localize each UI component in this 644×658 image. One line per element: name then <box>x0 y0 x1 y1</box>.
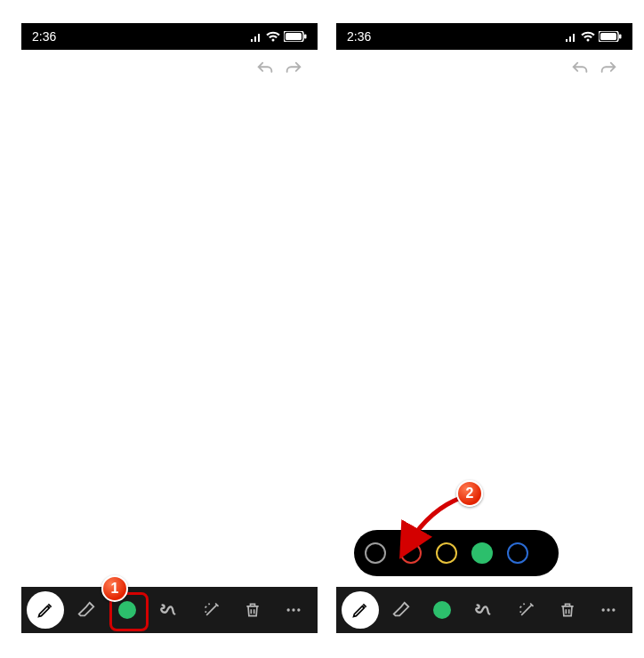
pencil-tool[interactable] <box>342 591 379 629</box>
status-time: 2:36 <box>347 29 371 44</box>
color-option-green[interactable] <box>471 542 493 564</box>
more-tool[interactable] <box>590 591 627 629</box>
svg-point-10 <box>607 608 609 611</box>
color-option-blue[interactable] <box>507 542 528 564</box>
status-icons <box>565 31 622 42</box>
eraser-tool[interactable] <box>382 591 420 629</box>
current-color-swatch <box>433 601 451 619</box>
svg-rect-1 <box>286 33 302 40</box>
squiggle-tool[interactable] <box>464 591 502 629</box>
bottom-toolbar <box>21 587 318 633</box>
undo-button[interactable] <box>570 60 590 79</box>
magic-tool[interactable] <box>193 591 230 629</box>
redo-button[interactable] <box>284 60 303 79</box>
network-icon <box>565 31 577 42</box>
status-icons <box>250 31 307 42</box>
phone-screenshot-left: 2:36 <box>21 23 318 633</box>
eraser-tool[interactable] <box>68 591 105 629</box>
more-tool[interactable] <box>275 591 312 629</box>
network-icon <box>250 31 262 42</box>
drawing-canvas[interactable] <box>336 89 632 587</box>
color-picker-popup <box>354 530 559 576</box>
trash-tool[interactable] <box>234 591 271 629</box>
wifi-icon <box>266 31 280 42</box>
svg-point-4 <box>292 608 294 611</box>
battery-icon <box>284 31 307 42</box>
color-option-black[interactable] <box>365 542 386 564</box>
color-option-red[interactable] <box>400 542 422 564</box>
wifi-icon <box>581 31 595 42</box>
svg-rect-8 <box>619 35 622 39</box>
color-tool[interactable] <box>423 591 461 629</box>
trash-tool[interactable] <box>549 591 586 629</box>
status-time: 2:36 <box>32 29 56 44</box>
app-bar <box>336 50 632 89</box>
app-bar <box>21 50 318 89</box>
svg-point-11 <box>612 608 615 611</box>
battery-icon <box>599 31 622 42</box>
color-option-yellow[interactable] <box>436 542 457 564</box>
status-bar: 2:36 <box>336 23 632 50</box>
color-tool[interactable] <box>109 591 146 629</box>
svg-point-3 <box>287 608 290 611</box>
pencil-tool[interactable] <box>27 591 64 629</box>
svg-rect-7 <box>600 33 616 40</box>
svg-point-9 <box>602 608 605 611</box>
status-bar: 2:36 <box>21 23 318 50</box>
current-color-swatch <box>118 601 136 619</box>
squiggle-tool[interactable] <box>149 591 187 629</box>
magic-tool[interactable] <box>508 591 545 629</box>
redo-button[interactable] <box>599 60 618 79</box>
drawing-canvas[interactable] <box>21 89 318 587</box>
svg-rect-2 <box>304 35 307 39</box>
svg-point-5 <box>297 608 300 611</box>
bottom-toolbar <box>336 587 632 633</box>
undo-button[interactable] <box>255 60 275 79</box>
phone-screenshot-right: 2:36 <box>336 23 632 633</box>
